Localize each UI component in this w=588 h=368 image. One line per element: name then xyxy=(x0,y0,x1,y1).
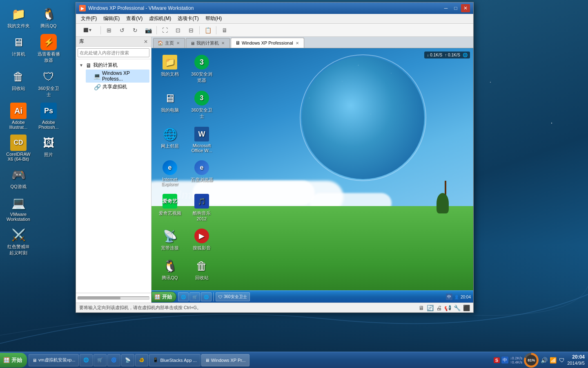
tab-mycomputer[interactable]: 🖥 我的计算机 ✕ xyxy=(186,38,230,48)
toolbar-console[interactable]: 🖥 xyxy=(219,25,230,36)
xp-icon-baidu-browser[interactable]: e 百度浏览器 xyxy=(187,158,216,188)
xp-taskbar-ie2[interactable]: 🌐 xyxy=(201,292,212,301)
toolbar-view-btn[interactable]: ⬛▼ xyxy=(78,25,98,36)
host-icon-qqgame[interactable]: 🎮 QQ游戏 xyxy=(4,165,33,191)
xp-icon-360security[interactable]: 3 360安全卫士 xyxy=(187,88,216,121)
xp-desktop-icons: 📁 我的文档 3 360安全浏览器 🖥 xyxy=(156,52,216,283)
host-icon-vmware[interactable]: 💻 VMwareWorkstation xyxy=(4,193,33,223)
maximize-button[interactable]: □ xyxy=(451,4,460,12)
tray-icon-defender[interactable]: 🛡 xyxy=(558,357,566,364)
xp-start-button[interactable]: 🪟 开始 xyxy=(151,292,176,302)
xp-icon-360browser[interactable]: 3 360安全浏览器 xyxy=(187,52,216,85)
statusbar-icon-audio[interactable]: 📢 xyxy=(444,305,451,311)
toolbar-copy[interactable]: 📋 xyxy=(202,25,214,36)
host-taskbar-vm-install[interactable]: 🖥 vm虚拟机安装xp... xyxy=(29,354,79,366)
library-close[interactable]: ✕ xyxy=(144,39,148,45)
menu-help[interactable]: 帮助(H) xyxy=(202,14,225,23)
tab-home-close[interactable]: ✕ xyxy=(176,41,180,45)
xp-icon-kugou[interactable]: 🎵 酷狗音乐2012 xyxy=(187,191,216,223)
host-icon-corel[interactable]: CD CorelDRAWX6 (64-Bit) xyxy=(4,133,33,163)
statusbar-icon-print[interactable]: 🖨 xyxy=(436,305,442,311)
host-taskbar-bluestacks[interactable]: 📱 BlueStacks App ... xyxy=(149,354,200,366)
menu-file[interactable]: 文件(F) xyxy=(78,14,100,23)
host-icon-recycle[interactable]: 🗑 回收站 xyxy=(4,67,33,99)
host-icon-xunlei[interactable]: ⚡ 迅雷看看播放器 xyxy=(34,32,63,65)
toolbar-fit[interactable]: ⊟ xyxy=(185,25,197,36)
tab-winxp[interactable]: 🖥 Windows XP Professional ✕ xyxy=(231,38,304,48)
close-button[interactable]: ✕ xyxy=(461,4,470,12)
xp-tree xyxy=(442,181,449,213)
library-scrollbar[interactable] xyxy=(78,296,149,300)
tree-children: 💻 Windows XP Profess... 🔗 共享虚拟机 xyxy=(86,70,149,91)
vmware-titlebar[interactable]: ▶ Windows XP Professional - VMware Works… xyxy=(76,2,473,14)
toolbar-new-vm[interactable]: ⊞ xyxy=(103,25,115,36)
xp-icon-mycomputer[interactable]: 🖥 我的电脑 xyxy=(156,88,184,121)
recycle-icon: 🗑 xyxy=(10,68,27,85)
host-taskbar-taobao[interactable]: 🛒 xyxy=(94,354,107,366)
statusbar-message: 要将输入定向到该虚拟机，请在虚拟机内部单击或按 Ctrl+G。 xyxy=(79,305,201,311)
360-icon: 🛡 xyxy=(40,68,57,85)
xp-taskbar-ie[interactable]: 🌐 xyxy=(178,292,189,301)
host-icon-photos[interactable]: 🖼 照片 xyxy=(34,133,63,163)
xp-taskbar-taobao[interactable]: 🛒 xyxy=(189,292,200,301)
toolbar-revert[interactable]: ↺ xyxy=(116,25,128,36)
vmware-icon: 💻 xyxy=(10,195,27,211)
tray-icon-sound[interactable]: 🔊 xyxy=(540,357,548,364)
xp-tray: 中 👤 20:04 xyxy=(443,294,473,300)
menu-tabs[interactable]: 选项卡(T) xyxy=(174,14,202,23)
host-taskbar-winxp[interactable]: 🖥 Windows XP Pr... xyxy=(201,354,249,366)
xp-icon-network[interactable]: 🌐 网上邻居 xyxy=(156,124,184,155)
xp-icon-broadband[interactable]: 📡 宽带连接 xyxy=(156,226,184,253)
statusbar-icon-stretch[interactable]: ⬛ xyxy=(463,305,470,311)
xp-icon-recycle-bin[interactable]: 🗑 回收站 xyxy=(187,256,216,283)
host-icon-ai[interactable]: Ai AdobeIllustrat... xyxy=(4,101,33,131)
host-taskbar-ie[interactable]: 🌐 xyxy=(80,354,93,366)
statusbar-right: 🖥 🔄 🖨 📢 🔧 ⬛ xyxy=(419,305,470,311)
host-start-button[interactable]: 🪟 开始 xyxy=(0,353,27,368)
vmware-title-icon: ▶ xyxy=(79,5,86,11)
tab-winxp-close[interactable]: ✕ xyxy=(295,41,300,45)
xp-icon-ie[interactable]: e Internet Explorer xyxy=(156,158,184,188)
statusbar-icon-sync[interactable]: 🔄 xyxy=(427,305,434,311)
tree-item-winxp[interactable]: 💻 Windows XP Profess... xyxy=(86,70,149,83)
xp-screen[interactable]: ylmf Special for you, Green & Safe... 📁 … xyxy=(151,48,473,303)
xp-icon-sohu-video[interactable]: ▶ 搜狐影音 xyxy=(187,226,216,253)
xp-icon-tencent-qq[interactable]: 🐧 腾讯QQ xyxy=(156,256,184,283)
tray-battery[interactable]: 81% xyxy=(524,353,539,368)
xp-taskbar-360[interactable]: 🛡 360安全卫士 xyxy=(216,292,250,301)
host-icon-computer[interactable]: 🖥 计算机 xyxy=(4,32,33,65)
host-taskbar-icon5[interactable]: 📡 xyxy=(121,354,134,366)
xp-icon-iqiyi[interactable]: 爱奇艺 爱奇艺视频 xyxy=(156,191,184,223)
library-panel: 库 ✕ ▼ 🖥 我的计算机 💻 Windows XP Profess... xyxy=(76,37,151,303)
host-taskbar-icon6[interactable]: 🐠 xyxy=(135,354,148,366)
minimize-button[interactable]: ─ xyxy=(441,4,450,12)
host-icon-ps[interactable]: Ps AdobePhotosh... xyxy=(34,101,63,131)
tray-icon-network[interactable]: 📶 xyxy=(549,357,557,364)
menu-vm[interactable]: 虚拟机(M) xyxy=(146,14,174,23)
host-icon-documents[interactable]: 📁 我的文件夹 xyxy=(4,4,33,31)
host-icon-redalert[interactable]: ⚔️ 红色警戒III起义时刻 xyxy=(4,225,33,258)
toolbar-forward[interactable]: ↻ xyxy=(129,25,141,36)
toolbar-unity[interactable]: ⊡ xyxy=(172,25,184,36)
menu-edit[interactable]: 编辑(E) xyxy=(100,14,123,23)
tab-mycomputer-close[interactable]: ✕ xyxy=(220,41,225,45)
host-icon-qq[interactable]: 🐧 腾讯QQ xyxy=(34,4,63,31)
library-search-input[interactable] xyxy=(78,48,149,57)
toolbar-snapshot[interactable]: 📷 xyxy=(143,25,154,36)
documents-icon: 📁 xyxy=(10,6,27,22)
tree-item-shared[interactable]: 🔗 共享虚拟机 xyxy=(86,83,149,91)
host-taskbar-icon4[interactable]: 🌀 xyxy=(107,354,120,366)
toolbar-fullscreen[interactable]: ⛶ xyxy=(159,25,171,36)
tab-home[interactable]: 🏠 主页 ✕ xyxy=(153,38,185,48)
statusbar-icon-settings[interactable]: 🔧 xyxy=(454,305,461,311)
xp-icon-row-3: e Internet Explorer e 百度浏览器 xyxy=(156,158,216,188)
tray-sogou[interactable]: S xyxy=(494,357,500,363)
xp-icon-row-1: 🖥 我的电脑 3 360安全卫士 xyxy=(156,88,216,121)
host-icon-360[interactable]: 🛡 360安全卫士 xyxy=(34,67,63,99)
tree-item-mycomputer[interactable]: ▼ 🖥 我的计算机 xyxy=(78,61,149,70)
toolbar-sep4 xyxy=(216,26,216,34)
xp-icon-msword[interactable]: W Microsoft Office W... xyxy=(187,124,216,155)
menu-view[interactable]: 查看(V) xyxy=(123,14,146,23)
statusbar-icon-monitor[interactable]: 🖥 xyxy=(419,305,424,311)
xp-icon-mydocs[interactable]: 📁 我的文档 xyxy=(156,52,184,85)
